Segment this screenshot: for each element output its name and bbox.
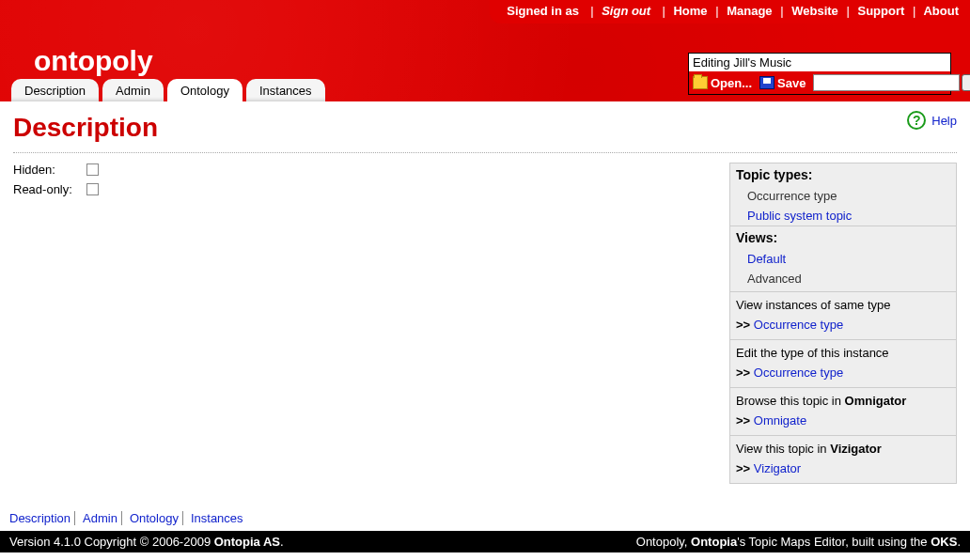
hidden-checkbox[interactable]: [86, 163, 99, 176]
omnigate-link[interactable]: Omnigate: [754, 413, 806, 428]
bl-ontology[interactable]: Ontology: [130, 511, 179, 525]
separator: [121, 511, 126, 525]
tabs: Description Admin Ontology Instances: [11, 79, 325, 101]
readonly-checkbox[interactable]: [86, 183, 99, 195]
help-icon: ?: [907, 111, 926, 130]
page-title: Description: [13, 113, 957, 143]
view-item: Advanced: [730, 269, 956, 291]
sign-out-link[interactable]: Sign out: [602, 4, 650, 18]
readonly-label: Read-only:: [13, 182, 86, 196]
divider: [13, 152, 957, 153]
website-link[interactable]: Website: [791, 4, 838, 18]
occurrence-type-link[interactable]: Occurrence type: [754, 318, 843, 332]
bl-admin[interactable]: Admin: [83, 511, 117, 525]
help-link[interactable]: Help: [931, 114, 957, 128]
arrow-icon: >>: [736, 413, 750, 428]
manage-link[interactable]: Manage: [727, 4, 772, 18]
about-link[interactable]: About: [923, 4, 959, 18]
editing-title: Editing Jill's Music: [689, 54, 950, 71]
control-row: Open... Save Find: [689, 71, 950, 94]
separator: |: [583, 4, 599, 18]
readonly-row: Read-only:: [13, 182, 729, 196]
tab-instances[interactable]: Instances: [246, 79, 325, 101]
hidden-label: Hidden:: [13, 163, 86, 177]
form-area: Hidden: Read-only:: [13, 163, 729, 484]
open-button[interactable]: Open...: [693, 76, 752, 90]
footer-left: Version 4.1.0 Copyright © 2006-2009 Onto…: [9, 535, 284, 549]
find-input[interactable]: [813, 74, 960, 91]
public-system-topic-link[interactable]: Public system topic: [747, 209, 852, 223]
tab-description[interactable]: Description: [11, 79, 99, 101]
header: Signed in as | Sign out | Home | Manage …: [0, 0, 970, 101]
find-button[interactable]: Find: [962, 74, 970, 91]
control-box: Editing Jill's Music Open... Save Find: [688, 53, 951, 95]
tab-admin[interactable]: Admin: [102, 79, 164, 101]
folder-open-icon: [693, 76, 708, 89]
tab-ontology[interactable]: Ontology: [167, 79, 242, 101]
topic-type-item: Public system topic: [730, 206, 956, 226]
arrow-icon: >>: [736, 461, 750, 475]
separator: |: [654, 4, 670, 18]
save-button[interactable]: Save: [759, 76, 806, 90]
view-default-link[interactable]: Default: [747, 252, 786, 266]
bottom-links: DescriptionAdminOntologyInstances: [0, 506, 970, 531]
section-text: Browse this topic in Omnigator: [730, 388, 956, 411]
logo: ontopoly: [34, 45, 153, 77]
footer-right: Ontopoly, Ontopia's Topic Maps Editor, b…: [636, 535, 961, 549]
section-link-row: >> Occurrence type: [730, 315, 956, 339]
home-link[interactable]: Home: [673, 4, 707, 18]
views-head: Views:: [730, 226, 956, 249]
arrow-icon: >>: [736, 366, 750, 380]
separator: [74, 511, 79, 525]
sidebar-block: Topic types: Occurrence type Public syst…: [729, 163, 957, 484]
separator: |: [841, 4, 853, 18]
support-link[interactable]: Support: [857, 4, 904, 18]
signed-in-label: Signed in as: [507, 4, 579, 18]
section-text: View this topic in Vizigator: [730, 436, 956, 459]
vizigator-link[interactable]: Vizigator: [754, 461, 801, 475]
bl-description[interactable]: Description: [9, 511, 70, 525]
section-text: View instances of same type: [730, 292, 956, 315]
section-link-row: >> Omnigate: [730, 411, 956, 435]
section-link-row: >> Occurrence type: [730, 363, 956, 387]
occurrence-type-edit-link[interactable]: Occurrence type: [754, 366, 843, 380]
bl-instances[interactable]: Instances: [191, 511, 243, 525]
view-item: Default: [730, 249, 956, 269]
separator: |: [775, 4, 788, 18]
separator: |: [711, 4, 723, 18]
save-label: Save: [777, 76, 806, 90]
open-label: Open...: [711, 76, 752, 90]
hidden-row: Hidden:: [13, 163, 729, 177]
topic-types-head: Topic types:: [730, 163, 956, 186]
section-link-row: >> Vizigator: [730, 459, 956, 483]
separator: |: [908, 4, 920, 18]
save-disk-icon: [759, 76, 774, 89]
section-text: Edit the type of this instance: [730, 340, 956, 363]
sidebar: Topic types: Occurrence type Public syst…: [729, 163, 957, 484]
arrow-icon: >>: [736, 318, 750, 332]
top-nav: Signed in as | Sign out | Home | Manage …: [490, 0, 970, 23]
separator: [182, 511, 187, 525]
topic-type-item: Occurrence type: [730, 186, 956, 206]
footer: Version 4.1.0 Copyright © 2006-2009 Onto…: [0, 531, 970, 552]
help-area: ? Help: [907, 111, 957, 130]
content-area: ? Help Description Hidden: Read-only: To…: [0, 101, 970, 506]
